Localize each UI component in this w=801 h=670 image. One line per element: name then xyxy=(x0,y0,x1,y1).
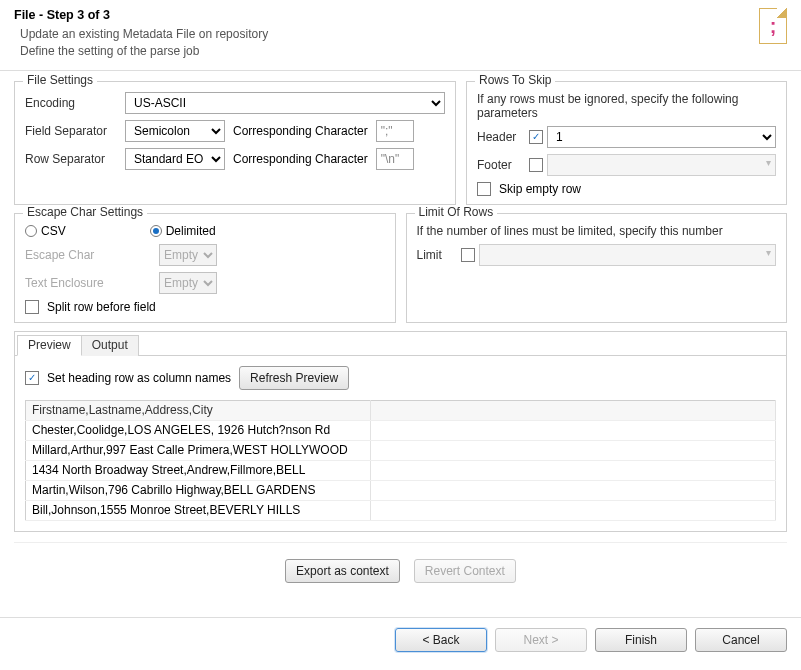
preview-header-empty xyxy=(371,400,776,420)
row-sep-cc-label: Corresponding Character xyxy=(233,152,368,166)
tab-output[interactable]: Output xyxy=(81,335,139,356)
tab-body-preview: Set heading row as column names Refresh … xyxy=(15,356,786,531)
preview-output-tabs: Preview Output Set heading row as column… xyxy=(14,331,787,532)
limit-checkbox[interactable] xyxy=(461,248,475,262)
skip-empty-checkbox[interactable] xyxy=(477,182,491,196)
wizard-dialog: File - Step 3 of 3 Update an existing Me… xyxy=(0,0,801,662)
file-semicolon-icon: ; xyxy=(759,8,787,44)
footer-count-combo xyxy=(547,154,776,176)
table-row: Chester,Coolidge,LOS ANGELES, 1926 Hutch… xyxy=(26,420,776,440)
revert-context-button: Revert Context xyxy=(414,559,516,583)
encoding-label: Encoding xyxy=(25,96,121,110)
page-title: File - Step 3 of 3 xyxy=(14,8,787,22)
row-sep-cc-value[interactable] xyxy=(376,148,414,170)
set-heading-checkbox[interactable] xyxy=(25,371,39,385)
skip-empty-label: Skip empty row xyxy=(499,182,581,196)
text-enclosure-combo: Empty xyxy=(159,272,217,294)
header-count-combo[interactable]: 1 xyxy=(547,126,776,148)
wizard-body: File Settings Encoding US-ASCII Field Se… xyxy=(0,71,801,617)
delimited-radio-label: Delimited xyxy=(166,224,216,238)
limit-note: If the number of lines must be limited, … xyxy=(417,224,777,238)
preview-table: Firstname,Lastname,Address,City Chester,… xyxy=(25,400,776,521)
escape-char-combo: Empty xyxy=(159,244,217,266)
footer-label: Footer xyxy=(477,158,525,172)
field-separator-combo[interactable]: Semicolon xyxy=(125,120,225,142)
header-label: Header xyxy=(477,130,525,144)
refresh-preview-button[interactable]: Refresh Preview xyxy=(239,366,349,390)
limit-label: Limit xyxy=(417,248,457,262)
field-sep-cc-label: Corresponding Character xyxy=(233,124,368,138)
field-sep-cc-value[interactable] xyxy=(376,120,414,142)
group-file-settings: File Settings Encoding US-ASCII Field Se… xyxy=(14,81,456,205)
field-separator-label: Field Separator xyxy=(25,124,121,138)
footer-checkbox[interactable] xyxy=(529,158,543,172)
header-checkbox[interactable] xyxy=(529,130,543,144)
row-separator-combo[interactable]: Standard EOL xyxy=(125,148,225,170)
group-rows-to-skip: Rows To Skip If any rows must be ignored… xyxy=(466,81,787,205)
csv-radio[interactable]: CSV xyxy=(25,224,66,238)
page-subtitle-2: Define the setting of the parse job xyxy=(14,43,787,60)
tab-strip: Preview Output xyxy=(15,332,786,356)
group-legend: File Settings xyxy=(23,73,97,87)
table-row: Bill,Johnson,1555 Monroe Street,BEVERLY … xyxy=(26,500,776,520)
context-button-row: Export as context Revert Context xyxy=(14,542,787,605)
escape-char-label: Escape Char xyxy=(25,248,155,262)
group-legend: Limit Of Rows xyxy=(415,205,498,219)
preview-header-cell: Firstname,Lastname,Address,City xyxy=(26,400,371,420)
table-row: Millard,Arthur,997 East Calle Primera,WE… xyxy=(26,440,776,460)
table-row: Martin,Wilson,796 Cabrillo Highway,BELL … xyxy=(26,480,776,500)
wizard-header: File - Step 3 of 3 Update an existing Me… xyxy=(0,0,801,71)
group-legend: Rows To Skip xyxy=(475,73,555,87)
table-row: 1434 North Broadway Street,Andrew,Fillmo… xyxy=(26,460,776,480)
text-enclosure-label: Text Enclosure xyxy=(25,276,155,290)
split-row-label: Split row before field xyxy=(47,300,156,314)
back-button[interactable]: < Back xyxy=(395,628,487,652)
cancel-button[interactable]: Cancel xyxy=(695,628,787,652)
next-button: Next > xyxy=(495,628,587,652)
group-limit-of-rows: Limit Of Rows If the number of lines mus… xyxy=(406,213,788,323)
wizard-footer: < Back Next > Finish Cancel xyxy=(0,617,801,662)
rows-skip-note: If any rows must be ignored, specify the… xyxy=(477,92,776,120)
page-subtitle-1: Update an existing Metadata File on repo… xyxy=(14,26,787,43)
set-heading-label: Set heading row as column names xyxy=(47,371,231,385)
group-escape-char: Escape Char Settings CSV Delimited Escap… xyxy=(14,213,396,323)
export-as-context-button[interactable]: Export as context xyxy=(285,559,400,583)
split-row-checkbox[interactable] xyxy=(25,300,39,314)
encoding-combo[interactable]: US-ASCII xyxy=(125,92,445,114)
limit-value-combo xyxy=(479,244,777,266)
delimited-radio[interactable]: Delimited xyxy=(150,224,216,238)
tab-preview[interactable]: Preview xyxy=(17,335,82,356)
group-legend: Escape Char Settings xyxy=(23,205,147,219)
finish-button[interactable]: Finish xyxy=(595,628,687,652)
row-separator-label: Row Separator xyxy=(25,152,121,166)
csv-radio-label: CSV xyxy=(41,224,66,238)
